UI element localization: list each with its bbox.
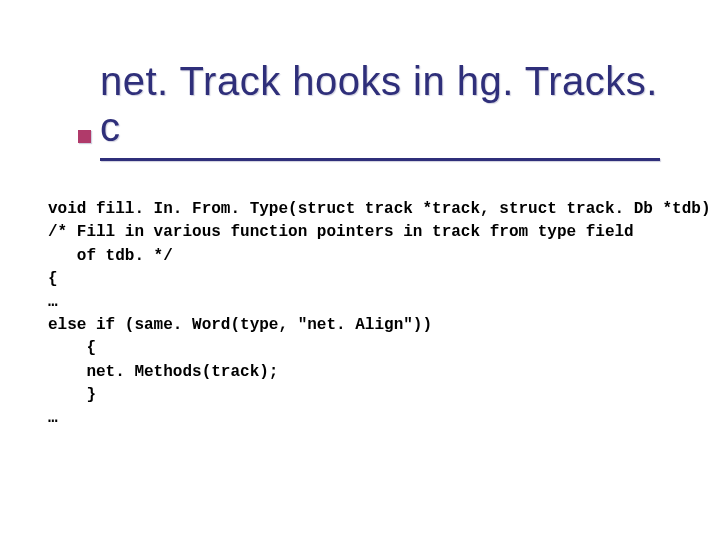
code-line: /* Fill in various function pointers in … [48,223,634,241]
code-line: … [48,409,58,427]
code-line: else if (same. Word(type, "net. Align")) [48,316,432,334]
code-block: void fill. In. From. Type(struct track *… [48,175,700,453]
slide: net. Track hooks in hg. Tracks. c void f… [0,0,720,540]
slide-title: net. Track hooks in hg. Tracks. c [100,58,680,150]
bullet-marker-icon [78,130,91,143]
code-line: net. Methods(track); [48,363,278,381]
code-line: { [48,339,96,357]
title-underline [100,158,660,161]
code-line: } [48,386,96,404]
code-line: void fill. In. From. Type(struct track *… [48,200,711,218]
code-line: of tdb. */ [48,247,173,265]
code-line: { [48,270,58,288]
code-line: … [48,293,58,311]
title-container: net. Track hooks in hg. Tracks. c [100,58,680,161]
